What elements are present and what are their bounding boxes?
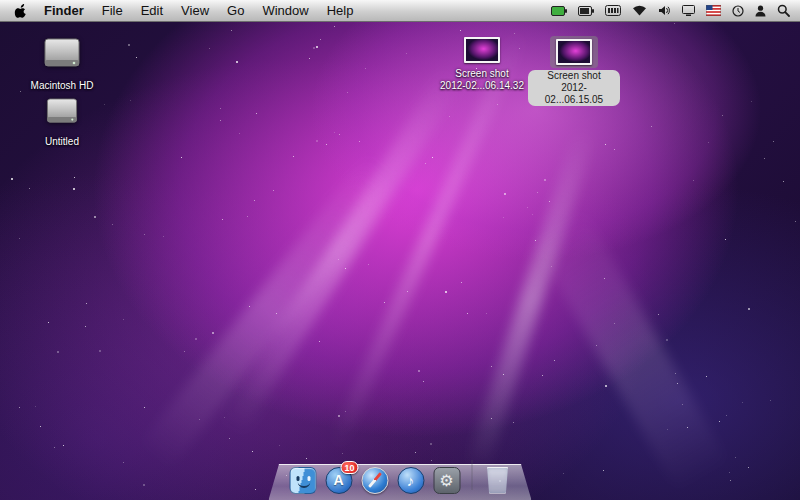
desktop: Finder File Edit View Go Window Help [0, 0, 800, 500]
aurora-ray [137, 148, 402, 472]
indicator-box-icon[interactable] [605, 0, 621, 21]
drive-icon [35, 32, 89, 78]
image-file-icon [458, 34, 506, 66]
spotlight-icon[interactable] [777, 0, 790, 21]
app-store-badge: 10 [340, 461, 358, 474]
itunes-icon: ♪ [397, 467, 424, 494]
menu-help[interactable]: Help [318, 0, 363, 21]
dock-item-app-store[interactable]: A 10 [325, 466, 353, 494]
display-icon[interactable] [682, 0, 695, 21]
dock-items: A 10 ♪ ⚙ [283, 460, 518, 500]
desktop-icon-label: Macintosh HD [31, 80, 94, 92]
image-file-icon [550, 36, 598, 68]
apple-icon [14, 3, 27, 18]
wallpaper [0, 0, 800, 500]
desktop-icon-untitled[interactable]: Untitled [16, 92, 108, 148]
desktop-icon-label: Screen shot 2012-02...06.14.32 [440, 68, 524, 92]
dock-item-finder[interactable] [289, 466, 317, 494]
aurora-ray [465, 125, 597, 474]
desktop-icon-label: Screen shot 2012-02...06.15.05 [528, 70, 620, 106]
menu-edit[interactable]: Edit [132, 0, 172, 21]
apple-menu[interactable] [0, 0, 35, 21]
system-preferences-icon: ⚙ [433, 467, 460, 494]
desktop-icon-label: Untitled [45, 136, 79, 148]
desktop-icon-macintosh-hd[interactable]: Macintosh HD [16, 32, 108, 92]
menu-bar: Finder File Edit View Go Window Help [0, 0, 800, 22]
finder-icon [289, 467, 316, 494]
dock: A 10 ♪ ⚙ [283, 460, 518, 500]
aurora-ray [529, 205, 731, 495]
battery-meter-icon[interactable] [578, 0, 594, 21]
wifi-icon[interactable] [632, 0, 647, 21]
battery-charged-icon[interactable] [551, 0, 567, 21]
dock-item-safari[interactable] [361, 466, 389, 494]
menu-view[interactable]: View [172, 0, 218, 21]
status-area [551, 0, 800, 21]
aurora-ray [221, 65, 466, 435]
user-icon[interactable] [755, 0, 766, 21]
starfield [0, 0, 800, 500]
desktop-icon-screenshot-2[interactable]: Screen shot 2012-02...06.15.05 [528, 36, 620, 106]
dock-item-itunes[interactable]: ♪ [397, 466, 425, 494]
dock-item-trash[interactable] [484, 466, 512, 494]
menu-file[interactable]: File [93, 0, 132, 21]
clock-icon[interactable] [732, 0, 744, 21]
desktop-icon-screenshot-1[interactable]: Screen shot 2012-02...06.14.32 [436, 34, 528, 92]
menu-list: Finder File Edit View Go Window Help [35, 0, 362, 21]
trash-icon [486, 467, 510, 494]
volume-icon[interactable] [658, 0, 671, 21]
safari-icon [361, 467, 388, 494]
menu-go[interactable]: Go [218, 0, 253, 21]
menu-finder[interactable]: Finder [35, 0, 93, 21]
menu-window[interactable]: Window [253, 0, 317, 21]
drive-icon [38, 92, 86, 134]
dock-item-system-preferences[interactable]: ⚙ [433, 466, 461, 494]
keyboard-flag-icon[interactable] [706, 0, 721, 21]
dock-separator [472, 460, 473, 490]
